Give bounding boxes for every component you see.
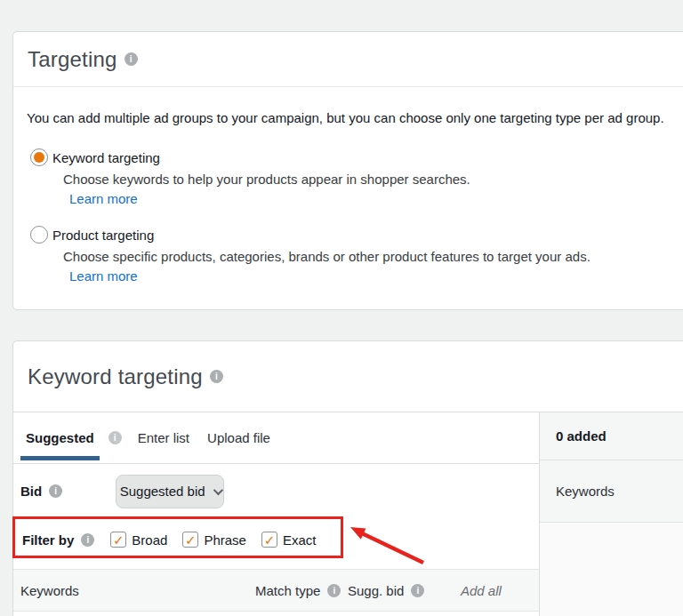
bid-label: Bid — [20, 484, 42, 499]
bid-row: Bid i Suggested bid — [13, 464, 539, 518]
tab-enter-list[interactable]: Enter list — [133, 412, 195, 463]
keyword-tabs: Suggested i Enter list Upload file — [13, 412, 539, 464]
add-all-button[interactable]: Add all — [461, 570, 502, 611]
chevron-down-icon — [213, 484, 222, 494]
targeting-card: Targeting i You can add multiple ad grou… — [12, 31, 683, 310]
radio-option-keyword-targeting[interactable]: Keyword targeting — [30, 148, 683, 166]
added-keywords-panel: 0 added Keywords — [539, 412, 683, 616]
info-icon[interactable]: i — [108, 431, 122, 444]
radio-label[interactable]: Keyword targeting — [52, 150, 160, 165]
targeting-card-body: You can add multiple ad groups to your c… — [13, 87, 683, 284]
info-icon[interactable]: i — [411, 584, 424, 597]
filter-by-row: Filter by i ✓ Broad ✓ Phrase ✓ Exact — [13, 518, 539, 561]
learn-more-link[interactable]: Learn more — [69, 268, 138, 284]
panel-empty-area — [540, 523, 683, 616]
panel-keywords-label: Keywords — [540, 460, 683, 523]
tab-upload-file[interactable]: Upload file — [202, 412, 276, 463]
checkbox-exact[interactable]: ✓ Exact — [261, 532, 317, 548]
info-icon[interactable]: i — [81, 533, 94, 547]
page: Targeting i You can add multiple ad grou… — [0, 0, 683, 616]
tab-suggested[interactable]: Suggested — [20, 412, 100, 463]
keyword-targeting-title: Keyword targeting — [28, 364, 203, 389]
checkbox-broad[interactable]: ✓ Broad — [110, 532, 167, 548]
keyword-targeting-card: Keyword targeting i Suggested i Enter li… — [12, 340, 683, 616]
checkbox-label: Exact — [283, 532, 317, 548]
option-description: Choose specific products, categories, br… — [63, 249, 683, 264]
checkbox-box[interactable]: ✓ — [261, 532, 277, 548]
option-description: Choose keywords to help your products ap… — [63, 172, 683, 187]
suggested-bid-dropdown[interactable]: Suggested bid — [116, 475, 224, 508]
keywords-table-header: Keywords Match type i Sugg. bid i Add al… — [13, 569, 539, 612]
targeting-card-header: Targeting i — [13, 32, 683, 87]
info-icon[interactable]: i — [125, 52, 138, 66]
keyword-card-header: Keyword targeting i — [13, 341, 683, 412]
checkbox-box[interactable]: ✓ — [110, 532, 126, 548]
keyword-main-column: Suggested i Enter list Upload file Bid i… — [13, 412, 539, 616]
dropdown-value: Suggested bid — [120, 484, 205, 499]
radio-option-product-targeting[interactable]: Product targeting — [30, 226, 683, 244]
info-icon[interactable]: i — [210, 370, 223, 383]
info-icon[interactable]: i — [327, 584, 341, 597]
checkbox-label: Broad — [132, 532, 167, 548]
info-icon[interactable]: i — [49, 484, 62, 498]
targeting-intro-text: You can add multiple ad groups to your c… — [27, 110, 683, 125]
filter-by-label: Filter by — [22, 532, 74, 548]
checkbox-box[interactable]: ✓ — [182, 532, 198, 548]
column-match-type: Match type — [255, 583, 320, 598]
radio-selected-icon[interactable] — [30, 148, 48, 166]
column-sugg-bid: Sugg. bid — [348, 583, 404, 598]
keyword-card-content: Suggested i Enter list Upload file Bid i… — [13, 412, 683, 616]
check-icon: ✓ — [185, 533, 197, 547]
learn-more-link[interactable]: Learn more — [69, 191, 138, 206]
check-icon: ✓ — [113, 533, 125, 547]
check-icon: ✓ — [264, 533, 276, 547]
radio-dot — [34, 152, 44, 163]
radio-label[interactable]: Product targeting — [52, 228, 154, 243]
checkbox-phrase[interactable]: ✓ Phrase — [182, 532, 246, 548]
checkbox-label: Phrase — [204, 532, 246, 548]
column-keywords: Keywords — [20, 570, 79, 611]
targeting-title: Targeting — [28, 47, 117, 72]
added-count: 0 added — [540, 412, 683, 460]
radio-unselected-icon[interactable] — [30, 226, 48, 244]
